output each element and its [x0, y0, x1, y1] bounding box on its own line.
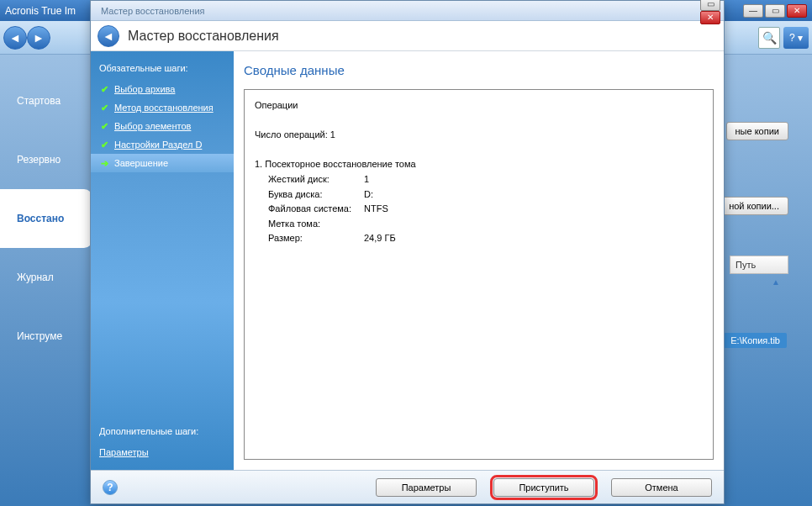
wizard-header: ◄ Мастер восстановления	[91, 21, 724, 51]
wizard-titlebar: Мастер восстановления ▭ ✕	[91, 1, 724, 21]
check-icon: ✔	[99, 103, 109, 113]
step-finish: ➔Завершение	[91, 154, 234, 172]
step-method: ✔Метод восстановления	[91, 98, 234, 117]
bg-path-header: Путь	[730, 256, 788, 274]
required-steps-label: Обязательные шаги:	[91, 60, 234, 80]
ops-count-row: Число операций: 1	[255, 128, 703, 143]
parent-close-button[interactable]: ✕	[787, 4, 807, 18]
ops-heading: Операции	[255, 98, 703, 113]
wizard-window-title: Мастер восстановления	[94, 6, 204, 16]
row-fs: Файловая система:NTFS	[255, 202, 703, 217]
sidebar-item-log[interactable]: Журнал	[0, 248, 92, 307]
check-icon: ✔	[99, 140, 109, 150]
bg-copies-button[interactable]: ные копии	[726, 122, 788, 140]
check-icon: ✔	[99, 121, 109, 131]
bg-file-tag[interactable]: E:\Копия.tib	[724, 333, 787, 348]
step-partition: ✔Настройки Раздел D	[91, 135, 234, 154]
step-link[interactable]: Выбор архива	[114, 84, 175, 94]
wizard-footer: ? Параметры Приступить Отмена	[91, 470, 724, 503]
step-elements: ✔Выбор элементов	[91, 117, 234, 135]
summary-box: Операции Число операций: 1 1. Посекторно…	[244, 89, 714, 460]
row-volume: Метка тома:	[255, 217, 703, 232]
proceed-button[interactable]: Приступить	[493, 478, 594, 497]
wizard-maximize-button[interactable]: ▭	[700, 0, 720, 11]
collapse-chevron-icon[interactable]: ▲	[772, 277, 780, 287]
step-archive: ✔Выбор архива	[91, 80, 234, 98]
row-letter: Буква диска:D:	[255, 187, 703, 203]
wizard-main-panel: Сводные данные Операции Число операций: …	[234, 51, 724, 470]
nav-back-button[interactable]: ◄	[3, 26, 27, 50]
params-button[interactable]: Параметры	[376, 478, 477, 497]
sidebar-item-restore[interactable]: Восстано	[0, 189, 92, 248]
parent-sidebar: Стартова Резервно Восстано Журнал Инстру…	[0, 71, 92, 506]
sidebar-item-backup[interactable]: Резервно	[0, 130, 92, 189]
wizard-back-button[interactable]: ◄	[98, 25, 119, 47]
sidebar-item-tools[interactable]: Инструме	[0, 307, 92, 366]
row-size: Размер:24,9 ГБ	[255, 231, 703, 246]
parent-app-title: Acronis True Im	[5, 5, 76, 17]
wizard-header-title: Мастер восстановления	[128, 29, 279, 44]
step-link[interactable]: Настройки Раздел D	[114, 140, 202, 150]
summary-title: Сводные данные	[244, 63, 714, 77]
search-icon[interactable]: 🔍	[758, 27, 780, 49]
optional-params-link[interactable]: Параметры	[99, 447, 149, 457]
optional-steps-label: Дополнительные шаги:	[99, 423, 225, 443]
wizard-dialog: Мастер восстановления ▭ ✕ ◄ Мастер восст…	[90, 0, 725, 504]
nav-forward-button[interactable]: ►	[27, 26, 50, 50]
arrow-right-icon: ➔	[99, 158, 109, 168]
row-hdd: Жесткий диск:1	[255, 172, 703, 187]
wizard-steps-panel: Обязательные шаги: ✔Выбор архива ✔Метод …	[91, 51, 234, 470]
bg-copy-of-button[interactable]: ной копии...	[720, 197, 788, 215]
parent-maximize-button[interactable]: ▭	[765, 4, 785, 18]
help-icon[interactable]: ?	[103, 480, 118, 495]
sidebar-item-start[interactable]: Стартова	[0, 71, 92, 130]
op1-title: 1. Посекторное восстановление тома	[255, 157, 703, 172]
wizard-close-button[interactable]: ✕	[700, 11, 720, 24]
help-dropdown[interactable]: ? ▾	[783, 27, 809, 49]
parent-minimize-button[interactable]: —	[743, 4, 763, 18]
step-link[interactable]: Метод восстановления	[114, 103, 214, 113]
step-link[interactable]: Выбор элементов	[114, 121, 191, 131]
step-label: Завершение	[114, 158, 168, 168]
cancel-button[interactable]: Отмена	[611, 478, 712, 497]
check-icon: ✔	[99, 84, 109, 94]
